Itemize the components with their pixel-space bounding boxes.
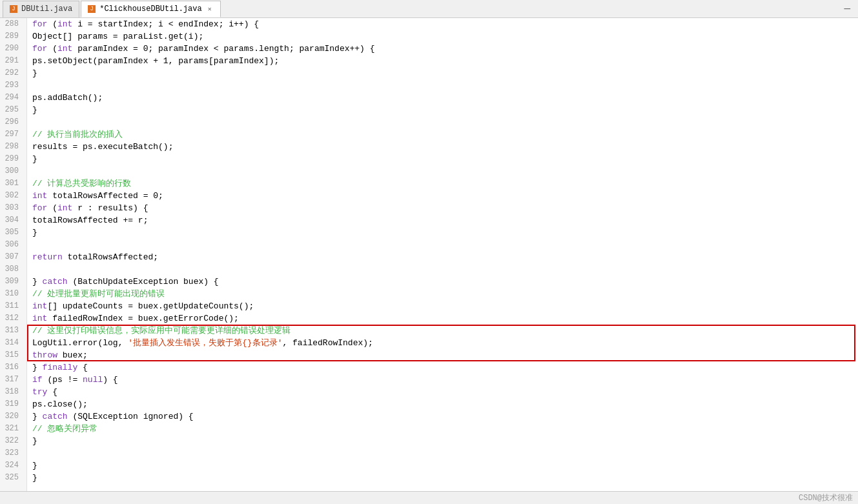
token: Object[] params = paraList.get(i); [32, 32, 203, 41]
token: for [32, 203, 47, 213]
token: // 计算总共受影响的行数 [32, 179, 131, 188]
code-line-305: } [32, 227, 858, 239]
token: , [118, 338, 128, 348]
tab-close-clickhouse[interactable]: ✕ [206, 5, 214, 14]
line-number-302: 302 [3, 190, 21, 202]
line-number-311: 311 [3, 300, 21, 312]
line-number-293: 293 [3, 79, 21, 92]
token: ( [47, 19, 57, 29]
line-number-318: 318 [3, 386, 21, 398]
tab-dbutiljava[interactable]: J DBUtil.java [3, 1, 79, 17]
tab-label-dbutiljava: DBUtil.java [21, 5, 72, 14]
line-number-325: 325 [3, 472, 21, 484]
token: { [77, 363, 88, 372]
code-line-314: LogUtil.error(log, '批量插入发生错误，失败于第{}条记录',… [32, 337, 858, 349]
token: } [32, 68, 37, 78]
line-number-323: 323 [3, 447, 21, 459]
code-line-325: } [32, 472, 858, 484]
code-line-324: } [32, 459, 858, 472]
code-editor: 2882892902912922932942952962972982993003… [0, 18, 858, 491]
code-line-298: results = ps.executeBatch(); [32, 141, 858, 153]
tab-label-clickhouse: *ClickhouseDBUtil.java [99, 5, 201, 14]
token: (BatchUpdateException buex) { [68, 277, 219, 287]
code-line-301: // 计算总共受影响的行数 [32, 177, 858, 190]
code-line-315: throw buex; [32, 349, 858, 361]
token: ps.addBatch(); [32, 93, 103, 103]
watermark: CSDN@技术很准 [799, 492, 853, 503]
line-number-313: 313 [3, 325, 21, 337]
token: null [83, 375, 103, 385]
token: ( [47, 44, 57, 54]
code-line-320: } catch (SQLException ignored) { [32, 410, 858, 423]
token: return [32, 252, 63, 262]
token: // 处理批量更新时可能出现的错误 [32, 289, 165, 299]
token: i = startIndex; i < endIndex; i++) { [72, 19, 259, 29]
token: (ps != [43, 375, 83, 385]
code-line-290: for (int paramIndex = 0; paramIndex < pa… [32, 43, 858, 55]
token: '批量插入发生错误，失败于第{}条记录' [128, 338, 282, 348]
token: int [32, 191, 47, 201]
token: try [32, 387, 47, 397]
token: int [57, 44, 72, 54]
tab-bar: J DBUtil.java J *ClickhouseDBUtil.java ✕… [0, 0, 858, 18]
token: throw [32, 350, 57, 360]
code-line-289: Object[] params = paraList.get(i); [32, 30, 858, 43]
token: results = ps.executeBatch(); [32, 142, 173, 152]
line-number-288: 288 [3, 18, 21, 30]
token: ) { [103, 375, 117, 385]
code-line-316: } finally { [32, 361, 858, 374]
token: , failedRowIndex); [282, 338, 373, 348]
token: } [32, 363, 43, 372]
token: LogUtil.error( [32, 338, 103, 348]
line-number-310: 310 [3, 288, 21, 300]
line-number-316: 316 [3, 361, 21, 374]
code-line-292: } [32, 67, 858, 79]
line-number-315: 315 [3, 349, 21, 361]
code-line-291: ps.setObject(paramIndex + 1, params[para… [32, 55, 858, 67]
code-line-317: if (ps != null) { [32, 374, 858, 386]
code-content[interactable]: for (int i = startIndex; i < endIndex; i… [27, 18, 858, 491]
code-line-311: int[] updateCounts = buex.getUpdateCount… [32, 300, 858, 312]
code-line-306 [32, 239, 858, 251]
code-line-318: try { [32, 386, 858, 398]
token: int [32, 314, 47, 323]
line-number-299: 299 [3, 153, 21, 165]
token: buex; [57, 350, 88, 360]
code-line-309: } catch (BatchUpdateException buex) { [32, 276, 858, 288]
token: ps.close(); [32, 399, 88, 409]
token: ; paramIndex++) { [289, 44, 375, 54]
token: totalRowsAffected = 0; [47, 191, 163, 201]
line-number-322: 322 [3, 435, 21, 447]
token: failedRowIndex = buex.getErrorCode(); [47, 314, 238, 323]
token: } [32, 412, 43, 421]
tab-clickhouse[interactable]: J *ClickhouseDBUtil.java ✕ [81, 1, 220, 17]
line-number-321: 321 [3, 423, 21, 435]
line-number-308: 308 [3, 263, 21, 276]
code-line-295: } [32, 104, 858, 116]
token: if [32, 375, 43, 385]
editor-container: J DBUtil.java J *ClickhouseDBUtil.java ✕… [0, 0, 858, 504]
token: int [32, 301, 47, 311]
code-line-321: // 忽略关闭异常 [32, 423, 858, 435]
line-number-317: 317 [3, 374, 21, 386]
token: // 执行当前批次的插入 [32, 130, 123, 139]
code-line-308 [32, 263, 858, 276]
line-number-306: 306 [3, 239, 21, 251]
line-number-294: 294 [3, 92, 21, 104]
line-number-290: 290 [3, 43, 21, 55]
line-number-298: 298 [3, 141, 21, 153]
line-number-324: 324 [3, 459, 21, 472]
token: catch [43, 412, 68, 421]
code-line-294: ps.addBatch(); [32, 92, 858, 104]
line-number-314: 314 [3, 337, 21, 349]
code-line-312: int failedRowIndex = buex.getErrorCode()… [32, 312, 858, 325]
line-number-297: 297 [3, 128, 21, 141]
token: } [32, 473, 37, 483]
minimize-button[interactable]: — [841, 3, 853, 15]
token: totalRowsAffected; [63, 252, 158, 262]
code-line-313: // 这里仅打印错误信息，实际应用中可能需要更详细的错误处理逻辑 [32, 325, 858, 337]
token: length [259, 44, 289, 54]
code-line-299: } [32, 153, 858, 165]
code-line-304: totalRowsAffected += r; [32, 214, 858, 227]
line-number-292: 292 [3, 67, 21, 79]
